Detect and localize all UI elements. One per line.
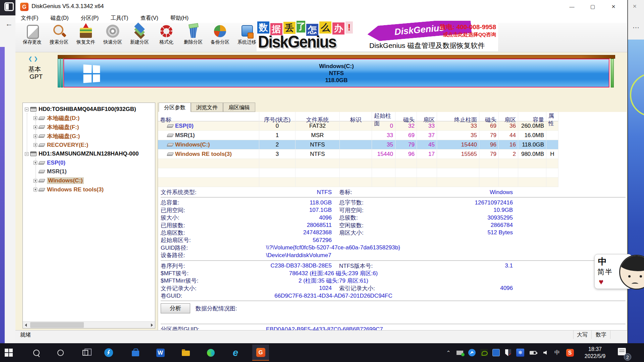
store-icon[interactable]: [131, 348, 140, 357]
partition-icon: [167, 153, 174, 156]
system-migrate-button[interactable]: 系统迁移: [233, 23, 260, 51]
tree-item-msr[interactable]: MSR(1): [23, 167, 155, 176]
quick-partition-button[interactable]: 快速分区: [99, 23, 126, 51]
minimize-button[interactable]: —: [561, 0, 582, 13]
scrollbar-thumb[interactable]: [30, 322, 84, 328]
search-partition-button[interactable]: 搜索分区: [46, 23, 72, 51]
format-ring-icon: [159, 24, 174, 39]
detail-label: $MFT簇号:: [161, 269, 261, 277]
tray-nvidia-icon[interactable]: [479, 348, 489, 357]
close-button[interactable]: ✕: [603, 0, 624, 13]
tree-item-recovery-e[interactable]: RECOVERY(E:): [23, 140, 155, 149]
task-view-icon[interactable]: [80, 348, 90, 357]
tree-item-windows-c[interactable]: Windows(C:): [23, 176, 155, 185]
tree-item-windows-re[interactable]: Windows RE tools(3): [23, 185, 155, 194]
disk-icon: [30, 107, 37, 112]
tree-item-local-f[interactable]: 本地磁盘(F:): [23, 123, 155, 132]
maximize-button[interactable]: ▢: [582, 0, 603, 13]
tree-item-hd0[interactable]: HD0:TOSHIBAMQ04ABF100(932GB): [23, 105, 155, 114]
menu-file[interactable]: 文件(F): [19, 15, 40, 22]
tree-horizontal-scrollbar[interactable]: [23, 321, 155, 328]
tray-sogou-icon[interactable]: S: [565, 348, 575, 357]
tray-battery-icon[interactable]: [528, 348, 538, 357]
browser-360-icon[interactable]: [206, 348, 215, 357]
ad-banner[interactable]: 数 据 丢 了 怎 么 办 ! DiskGenius DiskGenius 致电…: [257, 21, 498, 51]
tray-intel-icon[interactable]: [491, 348, 501, 357]
cortana-icon[interactable]: [56, 348, 65, 357]
partition-icon: [38, 143, 45, 147]
taskbar: W e G ⌃ ❄ 中 S 18:37 2022/5/9 2: [0, 343, 644, 362]
volume-details: 文件系统类型:NTFS卷标:Windows 总容量:118.0GB总字节数:12…: [161, 188, 626, 333]
tray-volume-icon[interactable]: [540, 348, 550, 357]
detail-label: 设备路径:: [161, 251, 261, 259]
table-row-windows-c-selected[interactable]: Windows(C:) 2NTFS 357945 154409616 118.0…: [158, 140, 558, 149]
recover-files-button[interactable]: 恢复文件: [72, 23, 99, 51]
diskgenius-taskbar-button[interactable]: G: [252, 345, 269, 361]
analyze-button[interactable]: 分析: [161, 303, 190, 313]
backup-partition-button[interactable]: 备份分区: [207, 23, 233, 51]
detail-label: 总扇区数:: [161, 229, 261, 237]
tray-chevron-icon[interactable]: ⌃: [443, 348, 453, 357]
titlebar: G DiskGenius V5.4.3.1342 x64 — ▢ ✕: [15, 0, 627, 13]
nav-left-icon[interactable]: ❮: [28, 56, 34, 61]
word-icon[interactable]: W: [156, 348, 165, 357]
file-explorer-icon[interactable]: [181, 348, 191, 357]
tab-browse-files[interactable]: 浏览文件: [191, 103, 223, 112]
partition-icon: [38, 170, 45, 173]
save-changes-button[interactable]: 保存更改: [19, 23, 46, 51]
new-partition-button[interactable]: 新建分区: [126, 23, 153, 51]
taskbar-clock[interactable]: 18:37 2022/5/9: [578, 346, 612, 360]
nav-right-icon[interactable]: ❯: [34, 56, 40, 61]
tray-printer-icon[interactable]: [455, 348, 465, 357]
scroll-right-button[interactable]: [148, 322, 155, 328]
desktop-wallpaper: [628, 40, 644, 343]
re-tools-partition-segment[interactable]: [611, 59, 614, 87]
menu-partition[interactable]: 分区(P): [79, 15, 100, 22]
edge-icon[interactable]: e: [231, 348, 240, 357]
table-row-windows-re[interactable]: Windows RE tools(3) 3NTFS 154409617 1556…: [158, 149, 558, 159]
back-arrow-icon[interactable]: ←: [5, 19, 13, 28]
menu-disk[interactable]: 磁盘(D): [49, 15, 70, 22]
collapse-icon[interactable]: [25, 108, 29, 111]
tree-item-local-g[interactable]: 本地磁盘(G:): [23, 132, 155, 141]
format-button[interactable]: 格式化: [153, 23, 180, 51]
tray-bird-icon[interactable]: [467, 348, 477, 357]
status-separator: [591, 330, 592, 339]
detail-value: 1024: [261, 285, 332, 292]
menu-help[interactable]: 帮助(H): [169, 15, 190, 22]
ime-simplified-half: 简半: [597, 267, 613, 277]
detail-value: 512 Bytes: [406, 229, 513, 236]
windows-c-partition-segment[interactable]: Windows(C:) NTFS 118.0GB: [63, 59, 609, 87]
ad-diskgenius-wordmark: DiskGenius: [258, 32, 336, 51]
taskbar-search-icon[interactable]: [32, 348, 41, 357]
tab-sector-edit[interactable]: 扇区编辑: [223, 103, 255, 112]
esp-partition-segment[interactable]: [58, 59, 60, 87]
start-button[interactable]: [4, 348, 13, 357]
detail-label: 文件系统类型:: [161, 188, 261, 196]
tray-ime-indicator[interactable]: 中: [552, 348, 562, 357]
menu-tools[interactable]: 工具(T): [109, 15, 129, 22]
tab-partition-params[interactable]: 分区参数: [159, 103, 191, 112]
detail-label: 已用簇数:: [161, 222, 261, 229]
table-row-msr[interactable]: MSR(1) 1MSR 336937 357944 16.0MB: [158, 131, 558, 140]
tray-security-shield-icon[interactable]: [503, 348, 513, 357]
detail-value: 126710972416: [406, 199, 513, 206]
tray-snowflake-icon[interactable]: ❄: [515, 348, 525, 357]
table-row-esp[interactable]: ESP(0) 0FAT32 03233 336936 260.0MB: [158, 121, 558, 131]
tree-item-hd1[interactable]: HD1:SAMSUNGMZNLN128HAHQ-000: [23, 149, 155, 159]
partition-map-panel: ❮❯ 基本 GPT Windows(C:) NTFS 118.0GB 磁盘1 接…: [15, 52, 627, 102]
partition-table: 卷标 序号(状态) 文件系统 标识 起始柱面 磁头 扇区 终止柱面 磁头 扇区 …: [158, 112, 558, 187]
msr-partition-segment[interactable]: [61, 59, 63, 87]
flow-app-icon[interactable]: [104, 348, 113, 357]
delete-partition-button[interactable]: 删除分区: [180, 23, 207, 51]
scroll-left-button[interactable]: [23, 322, 30, 328]
ad-tiles: 数 据 丢 了 怎 么 办 !: [257, 21, 353, 34]
menu-view[interactable]: 查看(V): [139, 15, 159, 22]
tree-item-local-d[interactable]: 本地磁盘(D:): [23, 114, 155, 123]
ad-qq-link[interactable]: 或点击此处选择QQ咨询: [443, 32, 496, 38]
tree-item-esp[interactable]: ESP(0): [23, 159, 155, 168]
divider: [161, 197, 626, 197]
detail-value: 786432 (柱面:426 磁头:239 扇区:6): [261, 269, 406, 277]
window-title: DiskGenius V5.4.3.1342 x64: [32, 3, 104, 10]
detail-label: 卷序列号:: [161, 262, 261, 270]
